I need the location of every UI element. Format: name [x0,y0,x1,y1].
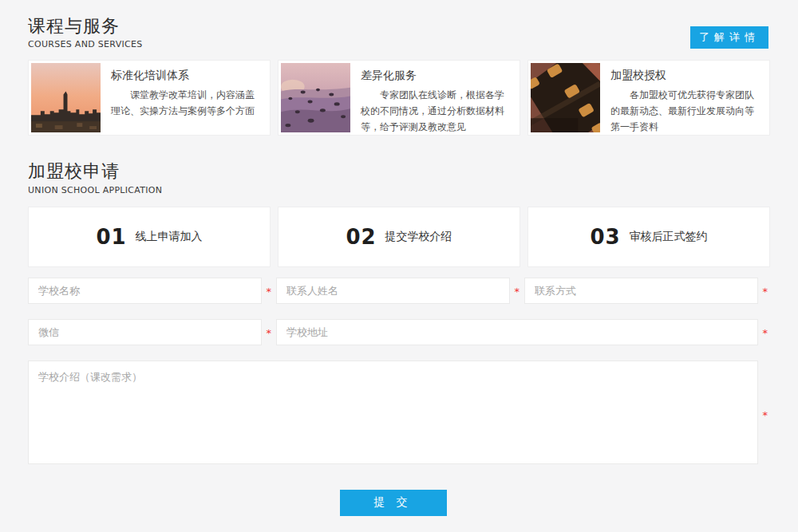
school-intro-textarea[interactable] [28,361,758,464]
service-card-authorization: 加盟校授权 各加盟校可优先获得专家团队的最新动态、最新行业发展动向等第一手资料 [527,60,770,136]
required-asterisk: * [267,286,272,297]
service-card-text: 加盟校授权 各加盟校可优先获得专家团队的最新动态、最新行业发展动向等第一手资料 [600,63,767,132]
submit-row: 提交 [28,490,758,516]
service-card-text: 标准化培训体系 课堂教学改革培训，内容涵盖理论、实操方法与案例等多个方面 [101,63,267,132]
city-sunset-image [31,63,101,132]
school-intro-field-wrap: * [28,361,758,467]
contact-name-input[interactable] [276,278,510,304]
service-card-title: 标准化培训体系 [111,69,263,83]
step-number: 03 [590,225,620,249]
form-row-2: * * [28,319,758,345]
services-header: 课程与服务 COURSES AND SERVICES [28,0,770,49]
learn-more-button[interactable]: 了解详情 [690,26,768,49]
application-subtitle: UNION SCHOOL APPLICATION [28,185,770,195]
contact-info-field-wrap: * [524,278,758,304]
services-subtitle: COURSES AND SERVICES [28,39,770,49]
required-asterisk: * [267,328,272,338]
wechat-input[interactable] [28,319,262,345]
required-asterisk: * [515,286,520,297]
required-asterisk: * [763,328,768,338]
application-form: * * * * * * 提交 [28,278,758,516]
application-title: 加盟校申请 [28,161,770,182]
contact-info-input[interactable] [524,278,758,304]
film-strip-image [531,63,600,132]
service-card-desc: 课堂教学改革培训，内容涵盖理论、实操方法与案例等多个方面 [111,88,263,120]
step-card-2: 02 提交学校介绍 [278,207,520,267]
school-address-input[interactable] [276,319,758,345]
services-title: 课程与服务 [28,16,770,37]
step-number: 02 [346,225,376,249]
step-number: 01 [96,225,126,249]
application-steps-row: 01 线上申请加入 02 提交学校介绍 03 审核后正式签约 [28,207,770,267]
application-header: 加盟校申请 UNION SCHOOL APPLICATION [28,136,770,195]
page-container: 课程与服务 COURSES AND SERVICES 了解详情 [0,0,798,267]
service-card-training: 标准化培训体系 课堂教学改革培训，内容涵盖理论、实操方法与案例等多个方面 [28,60,271,136]
step-label: 审核后正式签约 [630,230,708,244]
required-asterisk: * [763,409,768,420]
submit-button[interactable]: 提交 [340,490,447,516]
desert-dusk-image [281,63,350,132]
service-cards-row: 标准化培训体系 课堂教学改革培训，内容涵盖理论、实操方法与案例等多个方面 [28,60,770,136]
service-card-desc: 各加盟校可优先获得专家团队的最新动态、最新行业发展动向等第一手资料 [610,88,762,135]
wechat-field-wrap: * [28,319,262,345]
required-asterisk: * [763,286,768,297]
step-label: 提交学校介绍 [385,230,452,244]
service-card-title: 加盟校授权 [610,69,762,83]
service-card-text: 差异化服务 专家团队在线诊断，根据各学校的不同情况，通过分析数据材料等，给予评测… [350,63,517,132]
contact-name-field-wrap: * [276,278,510,304]
service-card-differentiated: 差异化服务 专家团队在线诊断，根据各学校的不同情况，通过分析数据材料等，给予评测… [278,60,520,136]
school-name-field-wrap: * [28,278,262,304]
service-card-title: 差异化服务 [361,69,512,83]
school-address-field-wrap: * [276,319,758,345]
step-card-3: 03 审核后正式签约 [527,207,770,267]
step-card-1: 01 线上申请加入 [28,207,271,267]
school-name-input[interactable] [28,278,262,304]
step-label: 线上申请加入 [136,230,203,244]
service-card-desc: 专家团队在线诊断，根据各学校的不同情况，通过分析数据材料等，给予评测及教改意见 [361,88,512,135]
form-row-1: * * * [28,278,758,304]
